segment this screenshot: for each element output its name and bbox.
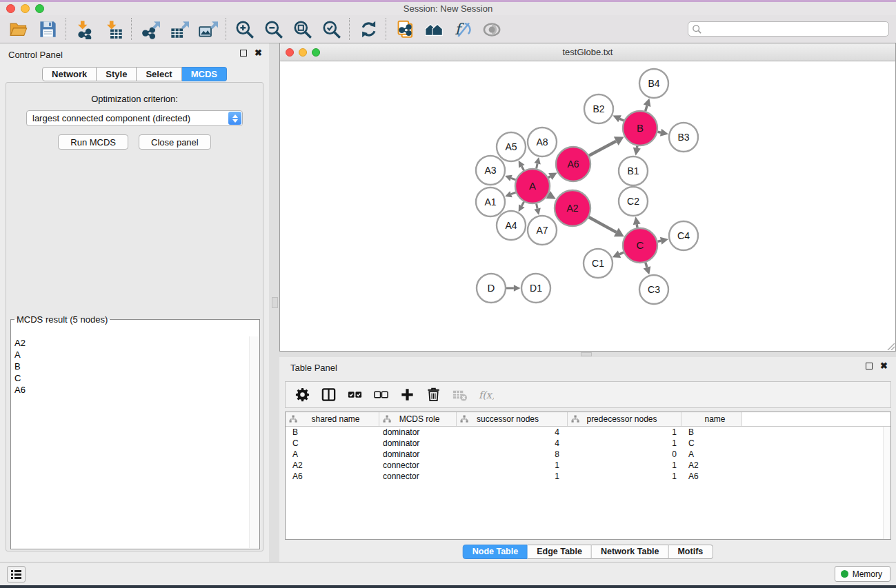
graph-node-A1[interactable]: A1: [476, 187, 505, 216]
export-network-icon[interactable]: [135, 17, 164, 41]
column-header-shared-name[interactable]: shared name: [286, 412, 379, 426]
show-hide-graphics-icon[interactable]: [477, 17, 506, 41]
column-header-name[interactable]: name: [681, 412, 742, 426]
add-column-icon[interactable]: [397, 385, 418, 405]
edge-B-B3[interactable]: [658, 132, 661, 132]
horizontal-split-handle[interactable]: [581, 352, 592, 356]
edge-C-C2[interactable]: [637, 224, 637, 227]
table-cell[interactable]: A2: [286, 460, 379, 470]
zoom-selected-icon[interactable]: [317, 17, 346, 41]
optimization-dropdown[interactable]: largest connected component (directed): [26, 110, 243, 126]
tab-edge-table[interactable]: Edge Table: [528, 545, 592, 559]
close-panel-icon[interactable]: ✖: [255, 50, 262, 57]
table-cell[interactable]: 1: [568, 427, 681, 437]
graph-node-A3[interactable]: A3: [476, 156, 505, 185]
edge-B-B4[interactable]: [646, 105, 648, 111]
tab-node-table[interactable]: Node Table: [463, 545, 528, 559]
float-panel-icon[interactable]: [240, 50, 247, 57]
select-all-icon[interactable]: [344, 385, 366, 405]
edge-A2-C[interactable]: [589, 217, 617, 232]
close-table-panel-icon[interactable]: ✖: [880, 363, 888, 369]
mcds-result-item[interactable]: A2: [14, 337, 248, 349]
graph-node-A2[interactable]: A2: [555, 190, 590, 226]
tab-network[interactable]: Network: [42, 67, 97, 81]
graph-node-C1[interactable]: C1: [584, 249, 613, 278]
search-box[interactable]: [688, 21, 889, 37]
zoom-out-icon[interactable]: [259, 17, 288, 41]
mcds-result-item[interactable]: C: [14, 372, 248, 384]
table-cell[interactable]: dominator: [379, 427, 457, 437]
new-network-from-selection-icon[interactable]: [390, 17, 419, 41]
network-zoom-button[interactable]: [312, 48, 320, 57]
tab-network-table[interactable]: Network Table: [592, 545, 669, 559]
tab-select[interactable]: Select: [137, 67, 181, 81]
resize-grip-icon[interactable]: [886, 341, 895, 350]
graphics-details-icon[interactable]: f: [448, 17, 477, 41]
graph-node-C[interactable]: C: [623, 228, 657, 263]
table-cell[interactable]: A6: [286, 472, 379, 481]
table-cell[interactable]: 4: [457, 438, 568, 448]
export-table-icon[interactable]: [164, 17, 193, 41]
save-session-icon[interactable]: [33, 17, 62, 41]
graph-node-C3[interactable]: C3: [639, 275, 668, 304]
table-cell[interactable]: dominator: [379, 449, 457, 459]
table-cell[interactable]: B: [286, 427, 379, 437]
result-scrollbar[interactable]: [249, 336, 259, 548]
table-cell[interactable]: 8: [457, 449, 568, 459]
graph-node-A7[interactable]: A7: [528, 216, 557, 245]
graph-node-A6[interactable]: A6: [556, 147, 590, 181]
edge-C-C1[interactable]: [619, 252, 624, 254]
deselect-all-icon[interactable]: [370, 385, 392, 405]
edge-C-C3[interactable]: [646, 263, 647, 267]
table-cell[interactable]: connector: [379, 472, 457, 481]
table-row[interactable]: Bdominator41B: [286, 427, 890, 438]
split-columns-icon[interactable]: [318, 385, 339, 405]
zoom-in-icon[interactable]: [230, 17, 259, 41]
table-cell[interactable]: 0: [568, 449, 681, 459]
graph-node-D[interactable]: D: [477, 274, 506, 303]
graph-node-A[interactable]: A: [515, 169, 550, 203]
edge-C-C4[interactable]: [657, 241, 661, 241]
tab-style[interactable]: Style: [97, 67, 137, 81]
export-image-icon[interactable]: [193, 17, 222, 41]
edge-A6-B[interactable]: [589, 141, 616, 156]
table-row[interactable]: Adominator80A: [286, 449, 890, 460]
delete-column-icon[interactable]: [423, 385, 444, 405]
graph-node-B2[interactable]: B2: [584, 94, 613, 123]
edge-A-A5[interactable]: [521, 166, 524, 170]
edge-A-A4[interactable]: [521, 202, 524, 206]
graph-node-A8[interactable]: A8: [528, 128, 557, 156]
edge-A-A1[interactable]: [511, 192, 516, 194]
mcds-result-item[interactable]: B: [14, 361, 248, 372]
mcds-result-item[interactable]: A6: [14, 384, 248, 396]
column-header-MCDS-role[interactable]: MCDS role: [379, 412, 457, 426]
tab-mcds[interactable]: MCDS: [182, 67, 227, 81]
table-cell[interactable]: 1: [568, 472, 681, 481]
memory-button[interactable]: Memory: [835, 566, 890, 582]
graph-node-B3[interactable]: B3: [669, 123, 698, 152]
table-cell[interactable]: A2: [681, 460, 742, 470]
table-scrollbar[interactable]: [883, 427, 890, 539]
zoom-fit-icon[interactable]: [288, 17, 317, 41]
graph-node-B1[interactable]: B1: [619, 156, 648, 185]
float-table-panel-icon[interactable]: [866, 363, 873, 369]
close-window-button[interactable]: [6, 4, 15, 13]
network-close-button[interactable]: [286, 48, 294, 57]
tab-motifs[interactable]: Motifs: [668, 545, 713, 559]
edge-A-A7[interactable]: [537, 203, 538, 208]
edge-A-A6[interactable]: [548, 176, 550, 178]
graph-node-A5[interactable]: A5: [497, 132, 526, 161]
edge-B-B1[interactable]: [637, 146, 637, 148]
graph-node-B[interactable]: B: [623, 111, 657, 145]
table-row[interactable]: Cdominator41C: [286, 438, 890, 449]
mcds-result-item[interactable]: A: [14, 349, 248, 361]
table-cell[interactable]: A: [681, 449, 742, 459]
graph-node-A4[interactable]: A4: [497, 211, 526, 240]
table-cell[interactable]: 1: [568, 438, 681, 448]
home-view-icon[interactable]: [419, 17, 448, 41]
edge-A-A3[interactable]: [511, 178, 516, 180]
run-mcds-button[interactable]: Run MCDS: [58, 134, 128, 150]
import-network-icon[interactable]: [70, 17, 99, 41]
table-row[interactable]: A2connector11A2: [286, 460, 890, 471]
table-cell[interactable]: C: [681, 438, 742, 448]
